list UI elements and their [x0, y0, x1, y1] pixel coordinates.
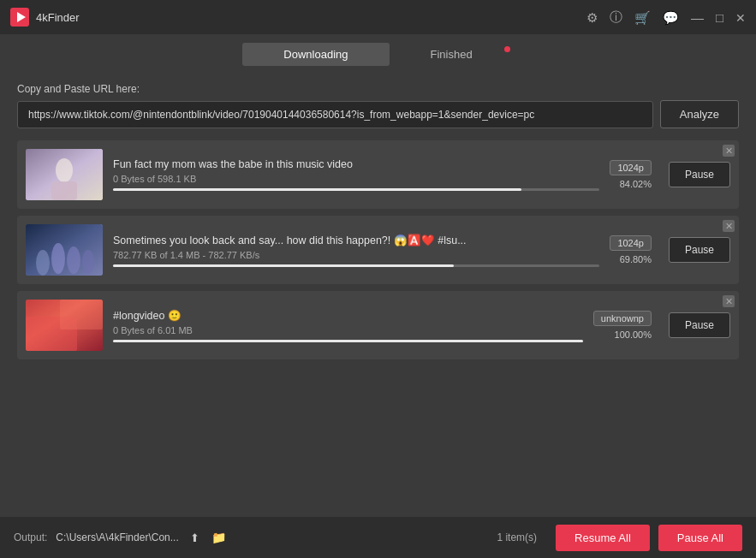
resume-all-button[interactable]: Resume All — [556, 525, 650, 551]
upload-icon[interactable]: ⬆ — [190, 531, 199, 544]
progress-bar-bg-3 — [113, 340, 583, 342]
item-thumbnail-3 — [26, 300, 103, 351]
title-bar: 4kFinder ⚙ ⓘ 🛒 💬 — □ ✕ — [0, 0, 756, 34]
quality-badge-1: 1024p — [610, 160, 652, 175]
window-controls: ⚙ ⓘ 🛒 💬 — □ ✕ — [586, 9, 746, 26]
chat-icon[interactable]: 💬 — [663, 9, 679, 25]
item-size-2: 782.77 KB of 1.4 MB - 782.77 KB/s — [113, 250, 599, 260]
item-title-2: Sometimes you look back and say... how d… — [113, 234, 599, 246]
item-size-1: 0 Bytes of 598.1 KB — [113, 174, 599, 184]
close-icon[interactable]: ✕ — [735, 10, 746, 24]
svg-point-7 — [51, 243, 65, 274]
item-close-2[interactable]: ✕ — [723, 220, 735, 232]
info-icon[interactable]: ⓘ — [610, 9, 622, 26]
progress-bar-bg-1 — [113, 188, 599, 191]
svg-point-9 — [82, 250, 94, 274]
maximize-icon[interactable]: □ — [716, 10, 723, 25]
tab-downloading[interactable]: Downloading — [242, 43, 389, 66]
analyze-button[interactable]: Analyze — [660, 100, 739, 128]
download-item-2: ✕ — [17, 216, 739, 284]
item-close-1[interactable]: ✕ — [723, 145, 735, 157]
pause-button-2[interactable]: Pause — [669, 237, 730, 263]
pause-all-button[interactable]: Pause All — [658, 525, 742, 551]
item-title-3: #longvideo 🙂 — [113, 309, 583, 322]
pause-button-3[interactable]: Pause — [669, 312, 730, 338]
item-close-3[interactable]: ✕ — [723, 295, 735, 307]
progress-pct-1: 84.02% — [620, 179, 652, 189]
app-title: 4kFinder — [36, 11, 80, 24]
download-item-3: ✕ — [17, 291, 739, 359]
tab-finished[interactable]: Finished — [390, 43, 514, 66]
progress-pct-2: 69.80% — [620, 254, 652, 264]
url-section: Copy and Paste URL here: Analyze — [17, 83, 739, 128]
svg-rect-4 — [51, 181, 77, 200]
svg-rect-12 — [60, 300, 103, 329]
quality-badge-2: 1024p — [610, 235, 652, 251]
app-logo — [10, 8, 29, 27]
minimize-icon[interactable]: — — [691, 10, 704, 25]
svg-point-6 — [36, 250, 50, 276]
progress-bar-bg-2 — [113, 264, 599, 267]
progress-bar-fill-2 — [113, 264, 454, 267]
progress-bar-fill-1 — [113, 188, 521, 191]
url-bar: Analyze — [17, 100, 739, 128]
url-label: Copy and Paste URL here: — [17, 83, 739, 95]
progress-pct-3: 100.00% — [615, 329, 652, 340]
output-label: Output: — [14, 531, 47, 543]
main-content: Copy and Paste URL here: Analyze ✕ — [0, 73, 756, 370]
item-right-2: 1024p 69.80% — [610, 235, 652, 264]
svg-point-8 — [67, 246, 80, 274]
item-right-1: 1024p 84.02% — [610, 160, 652, 189]
svg-point-3 — [56, 158, 73, 182]
output-path: C:\Users\A\4kFinder\Con... — [56, 531, 178, 543]
item-thumbnail-2 — [26, 224, 103, 276]
item-info-1: Fun fact my mom was the babe in this mus… — [113, 158, 599, 191]
quality-badge-3: unknownp — [593, 311, 652, 326]
item-title-1: Fun fact my mom was the babe in this mus… — [113, 158, 599, 170]
item-info-2: Sometimes you look back and say... how d… — [113, 234, 599, 267]
item-info-3: #longvideo 🙂 0 Bytes of 6.01 MB — [113, 309, 583, 342]
settings-icon[interactable]: ⚙ — [586, 9, 598, 25]
pause-button-1[interactable]: Pause — [669, 162, 730, 187]
folder-icon[interactable]: 📁 — [211, 531, 226, 544]
item-size-3: 0 Bytes of 6.01 MB — [113, 325, 583, 335]
download-list: ✕ — [17, 140, 739, 359]
finished-dot — [504, 46, 510, 52]
item-thumbnail-1 — [26, 149, 103, 200]
footer: Output: C:\Users\A\4kFinder\Con... ⬆ 📁 1… — [0, 517, 756, 558]
item-count: 1 item(s) — [497, 531, 537, 543]
download-item: ✕ — [17, 140, 739, 209]
progress-bar-fill-3 — [113, 340, 583, 342]
tab-bar: Downloading Finished — [0, 34, 756, 73]
cart-icon[interactable]: 🛒 — [634, 9, 651, 25]
url-input[interactable] — [17, 101, 653, 128]
item-right-3: unknownp 100.00% — [593, 311, 652, 340]
